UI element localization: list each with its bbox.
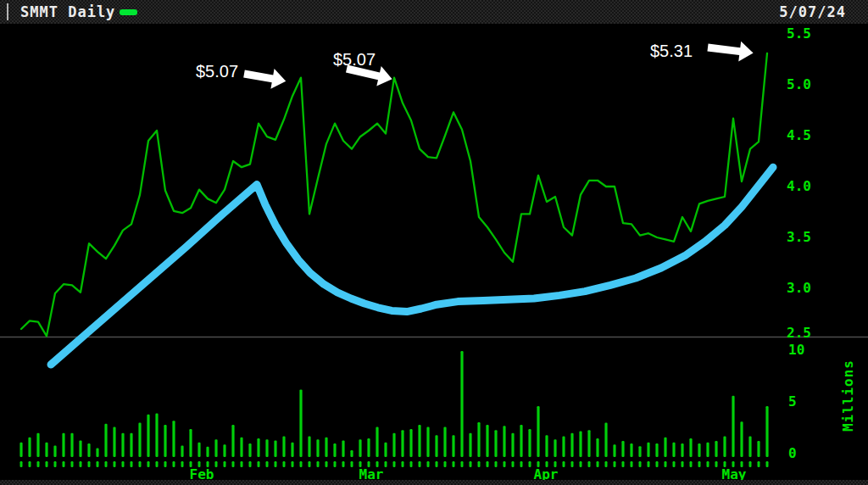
- x-axis-tick: [580, 461, 582, 467]
- volume-bar: [104, 424, 107, 457]
- volume-bar: [333, 443, 336, 457]
- annotation-arrow-icon: [242, 64, 287, 91]
- x-axis-tick: [419, 461, 421, 467]
- x-axis-tick: [487, 461, 489, 467]
- x-axis-tick: [266, 461, 269, 467]
- x-axis-tick: [529, 461, 531, 467]
- volume-bar: [308, 437, 310, 458]
- price-axis-tick-label: 2.5: [787, 326, 811, 341]
- x-axis-tick: [665, 461, 667, 467]
- price-axis-tick-label: 5.0: [787, 77, 811, 92]
- volume-bar: [537, 406, 539, 457]
- price-axis-tick-label: 3.5: [787, 230, 811, 245]
- x-axis-tick: [173, 461, 175, 467]
- volume-bar: [409, 429, 412, 457]
- volume-bar: [138, 423, 141, 457]
- x-axis-tick: [29, 461, 31, 467]
- volume-bar: [206, 447, 209, 457]
- trend-overlay-line: [51, 167, 773, 365]
- volume-bar: [520, 425, 522, 457]
- x-axis-tick: [317, 461, 320, 467]
- x-axis-tick: [131, 461, 133, 467]
- x-axis-tick: [682, 461, 684, 467]
- volume-bar: [130, 433, 132, 457]
- x-axis-tick: [436, 461, 438, 467]
- volume-bar: [342, 440, 344, 457]
- volume-bar: [121, 433, 124, 457]
- x-axis-tick: [597, 461, 599, 467]
- volume-bar: [613, 444, 615, 457]
- volume-axis-tick-label: 0: [788, 446, 797, 461]
- volume-bar: [359, 439, 361, 457]
- volume-bar: [511, 433, 514, 457]
- price-axis-tick-label: 4.0: [787, 179, 811, 194]
- x-axis-tick: [766, 461, 769, 467]
- volume-bar: [562, 437, 565, 458]
- volume-bar: [231, 425, 234, 457]
- volume-bar: [554, 439, 556, 457]
- x-axis-tick: [71, 461, 74, 467]
- volume-bar: [223, 444, 225, 457]
- volume-bar: [214, 439, 217, 457]
- x-axis-tick: [512, 461, 515, 467]
- volume-bar: [113, 426, 115, 457]
- volume-bar: [545, 435, 548, 457]
- volume-bar: [384, 443, 387, 457]
- x-axis-tick: [105, 461, 108, 467]
- volume-axis-title: Millions: [840, 360, 856, 432]
- volume-bar: [257, 438, 259, 457]
- volume-bar: [435, 435, 437, 457]
- volume-bar: [53, 446, 56, 457]
- x-axis-tick: [495, 461, 498, 467]
- price-annotation-label: $5.31: [650, 42, 693, 61]
- volume-bar: [765, 406, 768, 457]
- volume-bar: [757, 441, 760, 457]
- x-axis-tick: [97, 461, 99, 467]
- volume-bar: [672, 443, 675, 457]
- volume-bar: [570, 433, 573, 457]
- volume-bar: [392, 433, 395, 457]
- volume-bar: [147, 415, 149, 457]
- volume-bar: [291, 443, 293, 457]
- volume-bar: [36, 433, 39, 457]
- x-axis-tick: [258, 461, 260, 467]
- volume-bar: [79, 440, 81, 457]
- volume-bar: [689, 438, 692, 457]
- volume-bar: [748, 437, 751, 458]
- x-axis-tick: [147, 461, 150, 467]
- volume-bar: [621, 441, 624, 457]
- volume-bar: [87, 443, 90, 457]
- volume-axis-tick-label: 5: [788, 394, 797, 410]
- price-annotation-label: $5.07: [333, 50, 376, 70]
- volume-bar: [452, 435, 454, 457]
- volume-bar: [19, 443, 22, 457]
- volume-bar: [28, 438, 31, 457]
- x-axis-tick: [241, 461, 243, 467]
- volume-bar: [96, 449, 98, 457]
- x-axis-tick: [37, 461, 40, 467]
- price-axis-tick-label: 5.5: [787, 26, 811, 42]
- volume-bar: [587, 430, 590, 457]
- x-axis-tick: [88, 461, 91, 467]
- x-axis-tick: [249, 461, 252, 467]
- volume-axis-tick-label: 10: [788, 343, 804, 358]
- volume-bar: [325, 438, 327, 457]
- chart-canvas: [0, 0, 868, 485]
- x-axis-tick: [114, 461, 116, 467]
- x-axis-tick: [749, 461, 752, 467]
- volume-bar: [698, 443, 700, 457]
- volume-bar: [486, 425, 488, 457]
- volume-bar: [604, 423, 607, 457]
- volume-bar: [248, 443, 251, 457]
- volume-bar: [172, 421, 175, 457]
- annotation-arrow-icon: [707, 37, 755, 63]
- x-axis-tick: [614, 461, 616, 467]
- x-axis-tick: [402, 461, 404, 467]
- x-axis-tick: [215, 461, 218, 467]
- volume-bar: [655, 443, 658, 457]
- x-axis-tick: [334, 461, 337, 467]
- volume-bar: [723, 437, 726, 458]
- x-axis-tick: [571, 461, 574, 467]
- x-axis-tick: [690, 461, 693, 467]
- volume-bar: [316, 439, 319, 457]
